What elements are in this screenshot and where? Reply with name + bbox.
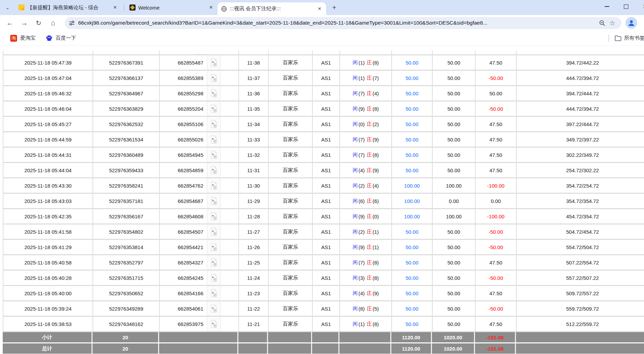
bet-record-table: 2025-11-18 05:47:39 522976367391 6628554…: [3, 51, 644, 354]
address-bar[interactable]: 66cxkj98.com/game/betrecord_search/kind3…: [65, 17, 621, 29]
table-row: 2025-11-18 05:39:24 522976349289 6628540…: [3, 301, 644, 317]
all-bookmarks[interactable]: 所有书签: [608, 35, 644, 42]
bet-result-cards: 闲(1) 庄(7): [340, 71, 392, 85]
video-replay-icon[interactable]: [207, 86, 221, 100]
bookmark-star-icon[interactable]: ☆: [607, 18, 617, 28]
table-row: 2025-11-18 05:42:35 522976356167 6628546…: [3, 209, 644, 224]
bet-result-cards: 闲(2) 庄(4): [340, 178, 392, 193]
balance: 559.72/509.72: [517, 301, 644, 316]
tab-bet-record-active[interactable]: :::视讯 会员下注纪录::: ✕: [218, 2, 326, 15]
video-replay-icon[interactable]: [207, 178, 221, 193]
valid-amount: 50.00: [433, 301, 476, 316]
url-text[interactable]: 66cxkj98.com/game/betrecord_search/kind3…: [78, 20, 597, 26]
video-replay-icon[interactable]: [207, 240, 221, 254]
tab-search-chevron-icon[interactable]: ⌄: [3, 3, 12, 12]
close-tab-icon[interactable]: ✕: [112, 4, 118, 11]
zoom-out-icon[interactable]: [597, 18, 607, 28]
video-replay-icon[interactable]: [207, 224, 221, 239]
tab-forum[interactable]: 【新提醒】海燕策略论坛 - 综合 ✕: [15, 2, 122, 13]
win-loss: 47.50: [476, 317, 517, 331]
game-id: 662854945: [160, 148, 239, 162]
bet-time: 2025-11-18 05:38:53: [3, 317, 93, 331]
game-id: 662854327: [160, 255, 239, 270]
tab-welcome[interactable]: Welcome ✕: [126, 2, 218, 13]
valid-amount: 50.00: [433, 117, 476, 131]
round-number: 11-38: [239, 55, 269, 70]
balance: 349.72/397.22: [517, 132, 644, 147]
balance: 509.72/557.22: [517, 286, 644, 300]
round-number: 11-36: [239, 86, 269, 100]
game-id: 662855204: [160, 101, 239, 116]
bet-time: 2025-11-18 05:45:27: [3, 117, 93, 131]
close-tab-icon[interactable]: ✕: [317, 6, 323, 12]
subtotal-valid: 1020.00: [432, 332, 475, 342]
win-loss: -50.00: [476, 271, 517, 285]
balance: 394.72/444.72: [517, 86, 644, 100]
win-loss: 47.50: [476, 148, 517, 162]
close-tab-icon[interactable]: ✕: [208, 4, 214, 11]
site-info-icon[interactable]: [69, 20, 75, 26]
round-number: 11-28: [239, 209, 269, 223]
video-replay-icon[interactable]: [207, 132, 221, 147]
tab-divider: [124, 4, 124, 11]
video-replay-icon[interactable]: [207, 317, 221, 331]
bookmarks-divider: [608, 35, 609, 42]
total-label: 总计: [3, 343, 93, 354]
bet-id: 522976363829: [93, 101, 160, 116]
bookmark-baidu[interactable]: 百度一下: [46, 35, 76, 42]
bet-time: 2025-11-18 05:41:29: [3, 240, 93, 254]
video-replay-icon[interactable]: [207, 194, 221, 208]
forward-button[interactable]: →: [17, 16, 31, 29]
close-window-button[interactable]: ✕: [639, 1, 644, 12]
win-loss: 50.00: [476, 86, 517, 100]
video-replay-icon[interactable]: [207, 55, 221, 70]
bet-id: 522976366137: [93, 71, 160, 85]
minimize-button[interactable]: [601, 1, 613, 12]
video-replay-icon[interactable]: [207, 148, 221, 162]
bookmark-taobao[interactable]: 淘 爱淘宝: [10, 35, 36, 42]
video-replay-icon[interactable]: [207, 255, 221, 270]
table-code: AS1: [313, 86, 340, 100]
video-replay-icon[interactable]: [207, 71, 221, 85]
video-replay-icon[interactable]: [207, 301, 221, 316]
bet-amount: 50.00: [392, 71, 433, 85]
table-row: 2025-11-18 05:46:04 522976363829 6628552…: [3, 101, 644, 117]
win-loss: 47.50: [476, 117, 517, 131]
back-button[interactable]: ←: [3, 16, 17, 29]
table-body: 2025-11-18 05:47:39 522976367391 6628554…: [3, 55, 644, 332]
video-replay-icon[interactable]: [194, 54, 208, 55]
table-code: AS1: [313, 163, 340, 177]
video-replay-icon[interactable]: [207, 286, 221, 300]
video-replay-icon[interactable]: [207, 209, 221, 223]
bet-result-cards: 闲(9) 庄(0): [340, 209, 392, 223]
tab-title: Welcome: [138, 5, 205, 11]
valid-amount: 50.00: [433, 271, 476, 285]
video-replay-icon[interactable]: [207, 271, 221, 285]
bet-result-cards: 闲(1) 庄(8): [340, 317, 392, 331]
profile-avatar[interactable]: [626, 17, 637, 29]
bet-id: 522976357181: [93, 194, 160, 208]
reload-button[interactable]: ↻: [31, 16, 46, 29]
bet-id: 522976354802: [93, 224, 160, 239]
restore-button[interactable]: [620, 1, 632, 12]
total-row: 总计 20 1120.00 1020.00 -101.00: [3, 343, 644, 354]
video-replay-icon[interactable]: [207, 101, 221, 116]
banker-label: 庄: [367, 213, 372, 220]
bet-time: 2025-11-18 05:40:00: [3, 286, 93, 300]
player-label: 闲: [353, 167, 358, 174]
bet-id: 522976367391: [93, 55, 160, 70]
table-code: AS1: [313, 55, 340, 70]
home-button[interactable]: ⌂: [46, 16, 60, 29]
table-code: AS1: [313, 271, 340, 285]
table-code: AS1: [313, 71, 340, 85]
tab-title: :::视讯 会员下注纪录:::: [230, 5, 314, 12]
game-id: 662854245: [160, 271, 239, 285]
video-replay-icon[interactable]: [207, 117, 221, 131]
bet-amount: 100.00: [392, 194, 433, 208]
new-tab-button[interactable]: +: [330, 3, 339, 12]
valid-amount: 50.00: [433, 86, 476, 100]
total-winloss: -101.00: [475, 343, 516, 354]
video-replay-icon[interactable]: [207, 163, 221, 177]
table-row: 2025-11-18 05:43:30 522976358241 6628547…: [3, 178, 644, 194]
round-number: 11-37: [239, 71, 269, 85]
